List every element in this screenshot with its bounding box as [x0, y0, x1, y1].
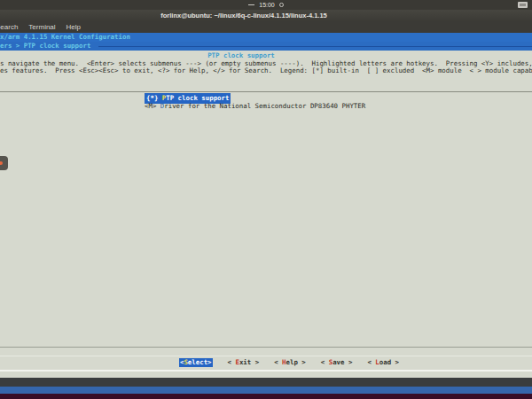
overlay-scrollbar-thumb[interactable]: [0, 156, 8, 170]
item-label: river for the National Semiconductor DP8…: [164, 102, 365, 110]
scrollbar-dot-icon: [0, 161, 3, 165]
menu-item-dp83640-driver[interactable]: <M> Driver for the National Semiconducto…: [145, 102, 365, 111]
btn-bracket: >: [298, 358, 306, 366]
btn-label: ave: [332, 358, 344, 366]
btn-bracket: <: [321, 358, 329, 366]
btn-bracket: >: [391, 358, 399, 366]
btn-bracket: <: [367, 358, 375, 366]
btn-label: elect: [188, 358, 207, 366]
menuconfig-dialog: PTP clock support s navigate the menu. <…: [0, 51, 532, 378]
item-label: TP clock support: [166, 94, 229, 102]
help-text-line2: es features. Press <Esc><Esc> to exit, <…: [0, 66, 532, 75]
select-button[interactable]: <Select>: [179, 358, 213, 367]
background-blue-band: [0, 387, 532, 394]
btn-bracket: <: [274, 358, 282, 366]
desktop-wallpaper-band: [0, 394, 532, 399]
btn-bracket: >: [345, 358, 353, 366]
menu-search[interactable]: Search: [0, 23, 18, 31]
window-title: forlinx@ubuntu: ~/linux/6q-c-linux/4.1.1…: [160, 12, 372, 20]
clock[interactable]: 15:00: [259, 0, 275, 10]
load-button[interactable]: < Load >: [367, 358, 399, 367]
menu-terminal[interactable]: Terminal: [28, 23, 55, 31]
item-marker: {*}: [146, 94, 162, 102]
menu-box-bottom-border: [0, 347, 532, 348]
screen: 15:00 forlinx@ubuntu: ~/linux/6q-c-linux…: [0, 0, 532, 399]
clock-area: 15:00: [0, 0, 532, 10]
indicator-dash-icon: [248, 4, 254, 5]
terminal-menubar: Search Terminal Help: [0, 21, 532, 33]
kconfig-breadcrumb-line: ers > PTP clock support: [0, 42, 532, 51]
kconfig-header-line: x/arm 4.1.15 Kernel Configuration: [0, 33, 532, 42]
btn-bracket: >: [207, 358, 211, 366]
btn-bracket: >: [251, 358, 259, 366]
item-marker: <M>: [145, 102, 160, 110]
terminal-titlebar[interactable]: forlinx@ubuntu: ~/linux/6q-c-linux/4.1.1…: [0, 10, 532, 21]
button-separator: [0, 356, 532, 356]
menu-help[interactable]: Help: [66, 23, 81, 31]
window-bottom-edge: [0, 378, 532, 387]
btn-label: xit: [239, 358, 251, 366]
breadcrumb-rule: [98, 46, 532, 47]
dialog-bottom-highlight: [0, 370, 532, 372]
breadcrumb: ers > PTP clock support: [0, 42, 95, 51]
desktop-top-panel: 15:00: [0, 0, 532, 10]
menu-box-top-border: [0, 91, 532, 92]
dialog-buttons: <Select> < Exit > < Help > < Save > < Lo…: [0, 358, 532, 367]
btn-label: elp: [286, 358, 298, 366]
help-button[interactable]: < Help >: [274, 358, 306, 367]
panel-indicator-icon[interactable]: [518, 2, 528, 8]
sound-indicator-icon[interactable]: [279, 3, 284, 7]
save-button[interactable]: < Save >: [321, 358, 353, 367]
btn-label: oad: [379, 358, 391, 366]
exit-button[interactable]: < Exit >: [228, 358, 260, 367]
